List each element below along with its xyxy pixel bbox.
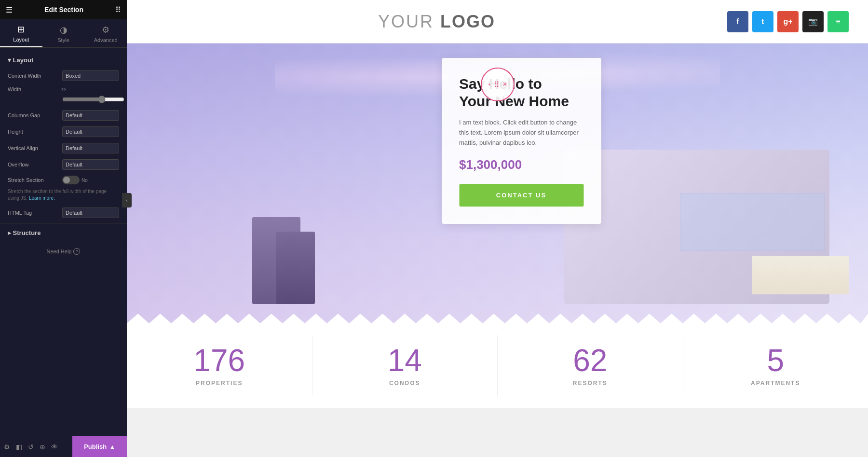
html-tag-label: HTML Tag xyxy=(8,210,58,216)
vertical-align-select[interactable]: Default xyxy=(62,143,119,153)
divider xyxy=(0,223,127,223)
content-width-select[interactable]: Boxed xyxy=(62,70,119,81)
toggle-value: No xyxy=(81,178,88,183)
hamburger-icon[interactable]: ☰ xyxy=(6,5,13,14)
hero-card-description: I am text block. Click edit button to ch… xyxy=(459,118,583,148)
layout-section-header[interactable]: ▾ Layout xyxy=(0,53,127,68)
house-deck xyxy=(752,256,849,294)
instagram-icon: 📷 xyxy=(808,17,818,26)
facebook-social-btn[interactable]: f xyxy=(727,11,748,32)
stretch-section-toggle[interactable]: No xyxy=(62,176,88,184)
google-plus-social-btn[interactable]: g+ xyxy=(777,11,799,32)
html-tag-control: Default xyxy=(62,208,119,218)
condos-number: 14 xyxy=(388,345,422,376)
resorts-label: RESORTS xyxy=(573,380,608,387)
panel-title: Edit Section xyxy=(44,6,83,14)
structure-section-header[interactable]: ▸ Structure xyxy=(0,225,127,240)
green-btn-icon: ≡ xyxy=(836,17,840,26)
publish-collapse-icon: ▲ xyxy=(109,443,115,450)
tree-2 xyxy=(276,232,315,304)
columns-gap-select[interactable]: Default xyxy=(62,110,119,121)
hero-card: Say Hello to Your New Home I am text blo… xyxy=(442,58,601,224)
toggle-track[interactable] xyxy=(62,176,80,184)
panel-tabs: ⊞ Layout ◑ Style ⚙ Advanced xyxy=(0,19,127,48)
section-controls-circle[interactable]: + ⠿ ✕ xyxy=(481,68,515,101)
layout-tab-icon: ⊞ xyxy=(17,24,25,35)
hero-section: + ⠿ ✕ Say Hello to Your New Home I am te… xyxy=(127,43,868,323)
apartments-number: 5 xyxy=(767,345,784,376)
facebook-icon: f xyxy=(736,17,739,26)
width-resize-icon: ⇔ xyxy=(61,86,66,93)
vertical-align-row: Vertical Align Default xyxy=(0,140,127,156)
bottom-icons-group: ⚙ ◧ ↺ ⊕ 👁 xyxy=(0,443,72,451)
grid-icon[interactable]: ⠿ xyxy=(115,5,121,14)
height-select[interactable]: Default xyxy=(62,126,119,137)
advanced-tab-label: Advanced xyxy=(94,37,118,43)
stretch-section-label: Stretch Section xyxy=(8,177,58,183)
add-section-icon[interactable]: + xyxy=(488,81,491,88)
hero-card-title: Say Hello to Your New Home xyxy=(459,75,583,110)
twitter-social-btn[interactable]: t xyxy=(752,11,773,32)
publish-button[interactable]: Publish ▲ xyxy=(72,436,127,457)
layout-tab-label: Layout xyxy=(13,37,29,42)
width-label: Width xyxy=(8,86,58,92)
overflow-control: Default xyxy=(62,159,119,170)
left-panel: ☰ Edit Section ⠿ ⊞ Layout ◑ Style ⚙ Adva… xyxy=(0,0,127,457)
content-width-label: Content Width xyxy=(8,73,58,79)
properties-number: 176 xyxy=(193,345,245,376)
panel-collapse-btn[interactable]: ‹ xyxy=(122,193,132,208)
layout-section-label: ▾ Layout xyxy=(8,56,33,64)
html-tag-row: HTML Tag Default xyxy=(0,205,127,221)
history-icon[interactable]: ↺ xyxy=(28,443,34,451)
columns-gap-row: Columns Gap Default xyxy=(0,107,127,124)
condos-label: CONDOS xyxy=(389,380,420,387)
width-slider-container xyxy=(62,95,127,104)
stat-apartments: 5 APARTMENTS xyxy=(683,335,868,396)
apartments-label: APARTMENTS xyxy=(751,380,800,387)
tab-style[interactable]: ◑ Style xyxy=(42,19,85,47)
green-social-btn[interactable]: ≡ xyxy=(827,11,849,32)
main-content: YOUR LOGO f t g+ 📷 ≡ xyxy=(127,0,868,457)
need-help-area: Need Help ? xyxy=(0,240,127,263)
html-tag-select[interactable]: Default xyxy=(62,208,119,218)
publish-label: Publish xyxy=(84,443,107,450)
stretch-section-row: Stretch Section No xyxy=(0,173,127,187)
layers-icon[interactable]: ◧ xyxy=(16,443,22,451)
panel-content: ▾ Layout Content Width Boxed Width ⇔ xyxy=(0,48,127,457)
contact-us-button[interactable]: CONTACT US xyxy=(459,184,583,207)
width-slider-row xyxy=(0,95,127,107)
overflow-row: Overflow Default xyxy=(0,156,127,173)
tab-advanced[interactable]: ⚙ Advanced xyxy=(84,19,127,47)
social-icons-group: f t g+ 📷 ≡ xyxy=(727,11,849,32)
vertical-align-label: Vertical Align xyxy=(8,145,58,151)
template-icon[interactable]: ⊕ xyxy=(40,443,45,451)
help-question-icon[interactable]: ? xyxy=(73,248,80,255)
width-row: Width ⇔ xyxy=(0,84,127,95)
twitter-icon: t xyxy=(761,17,764,26)
stat-properties: 176 PROPERTIES xyxy=(127,335,312,396)
settings-icon[interactable]: ⚙ xyxy=(4,443,10,451)
instagram-social-btn[interactable]: 📷 xyxy=(802,11,824,32)
style-tab-label: Style xyxy=(57,37,69,43)
stretch-help-text: Stretch the section to the full width of… xyxy=(0,187,127,205)
tab-layout[interactable]: ⊞ Layout xyxy=(0,19,42,47)
hero-card-price: $1,300,000 xyxy=(459,157,583,172)
resorts-number: 62 xyxy=(573,345,607,376)
properties-label: PROPERTIES xyxy=(196,380,243,387)
learn-more-link[interactable]: Learn more. xyxy=(29,195,55,201)
overflow-select[interactable]: Default xyxy=(62,159,119,170)
house-window-large xyxy=(680,193,825,251)
structure-label: ▸ Structure xyxy=(8,229,41,236)
width-slider[interactable] xyxy=(62,96,124,103)
google-plus-icon: g+ xyxy=(783,17,792,26)
columns-gap-control: Default xyxy=(62,110,119,121)
columns-gap-label: Columns Gap xyxy=(8,112,58,118)
close-section-icon[interactable]: ✕ xyxy=(502,81,507,88)
content-width-control[interactable]: Boxed xyxy=(62,70,119,81)
logo-area: YOUR LOGO xyxy=(146,12,727,32)
preview-icon[interactable]: 👁 xyxy=(51,443,58,451)
stats-section: 176 PROPERTIES 14 CONDOS 62 RESORTS 5 AP… xyxy=(127,323,868,408)
stat-condos: 14 CONDOS xyxy=(312,335,498,396)
drag-handle-icon[interactable]: ⠿ xyxy=(494,80,500,89)
height-control: Default xyxy=(62,126,119,137)
